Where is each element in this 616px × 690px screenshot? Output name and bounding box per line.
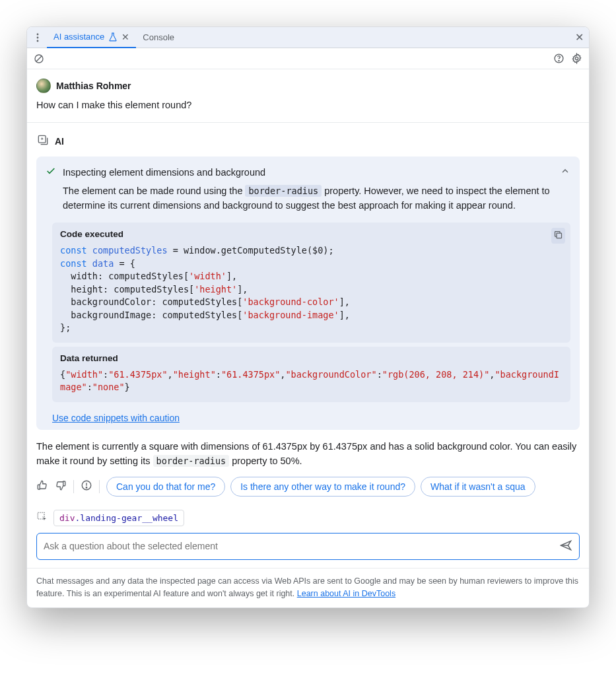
thumbs-up-icon[interactable]: [36, 479, 48, 493]
select-element-icon[interactable]: [36, 511, 48, 525]
ai-assistance-panel: AI assistance ✕ Console ✕: [26, 26, 590, 608]
svg-rect-13: [38, 512, 44, 519]
data-returned-box: Data returned {"width":"61.4375px","heig…: [52, 347, 570, 402]
svg-point-7: [575, 57, 578, 59]
svg-point-12: [86, 487, 87, 489]
svg-point-2: [37, 40, 39, 42]
chat-content: Matthias Rohmer How can I make this elem…: [27, 69, 589, 497]
inspection-card: Inspecting element dimensions and backgr…: [36, 156, 580, 430]
card-title: Inspecting element dimensions and backgr…: [63, 167, 265, 178]
question-input[interactable]: [44, 541, 559, 551]
close-tab-icon[interactable]: ✕: [121, 32, 129, 42]
thumbs-down-icon[interactable]: [55, 479, 67, 493]
chip-not-square[interactable]: What if it wasn't a squa: [421, 477, 535, 497]
context-element-chip[interactable]: div.landing-gear__wheel: [53, 510, 184, 526]
svg-point-6: [559, 60, 559, 61]
toolbar: [27, 48, 589, 69]
data-returned-title: Data returned: [60, 353, 563, 363]
inline-code: border-radius: [245, 185, 322, 197]
footer-disclaimer: Chat messages and any data the inspected…: [27, 568, 589, 608]
close-panel-icon[interactable]: ✕: [575, 31, 584, 44]
code-block: const computedStyles = window.getCompute…: [60, 244, 563, 335]
sparkle-icon: [36, 133, 50, 149]
code-executed-box: Code executed const computedStyles = win…: [52, 223, 570, 343]
flask-icon: [108, 32, 118, 42]
tab-label: Console: [143, 32, 174, 42]
user-header: Matthias Rohmer: [36, 79, 580, 93]
chevron-up-icon[interactable]: [560, 166, 570, 178]
inline-code: border-radius: [153, 455, 230, 467]
send-icon[interactable]: [559, 539, 572, 554]
learn-link[interactable]: Learn about AI in DevTools: [297, 589, 395, 598]
copy-icon[interactable]: [551, 228, 565, 244]
context-row: div.landing-gear__wheel: [27, 510, 589, 526]
card-description: The element can be made round using the …: [63, 184, 570, 213]
help-icon[interactable]: [553, 53, 565, 64]
chip-other-way[interactable]: Is there any other way to make it round?: [230, 477, 415, 497]
user-name: Matthias Rohmer: [56, 81, 131, 91]
chip-do-that[interactable]: Can you do that for me?: [106, 477, 225, 497]
clear-icon[interactable]: [34, 53, 44, 64]
suggestion-chips: Can you do that for me? Is there any oth…: [106, 477, 580, 497]
ai-summary: The element is currently a square with d…: [36, 439, 580, 469]
tab-console[interactable]: Console: [136, 27, 181, 48]
tab-bar: AI assistance ✕ Console ✕: [27, 27, 589, 48]
data-returned-block: {"width":"61.4375px","height":"61.4375px…: [60, 368, 563, 394]
code-executed-title: Code executed: [60, 229, 563, 239]
kebab-menu-icon[interactable]: [32, 33, 43, 42]
ai-label: AI: [55, 136, 64, 147]
user-message: How can I make this element round?: [36, 100, 580, 110]
avatar: [36, 79, 51, 93]
report-icon[interactable]: [81, 479, 92, 493]
tab-ai-assistance[interactable]: AI assistance ✕: [47, 27, 136, 48]
svg-point-0: [37, 33, 39, 35]
feedback-row: Can you do that for me? Is there any oth…: [36, 477, 580, 497]
tab-label: AI assistance: [53, 32, 104, 42]
gear-icon[interactable]: [571, 53, 582, 64]
question-input-wrap: [36, 533, 580, 560]
svg-line-4: [36, 56, 42, 61]
check-icon: [46, 166, 56, 178]
svg-rect-9: [557, 233, 562, 238]
caution-link[interactable]: Use code snippets with caution: [52, 413, 180, 423]
ai-header: AI: [36, 133, 580, 149]
svg-point-1: [37, 36, 39, 38]
